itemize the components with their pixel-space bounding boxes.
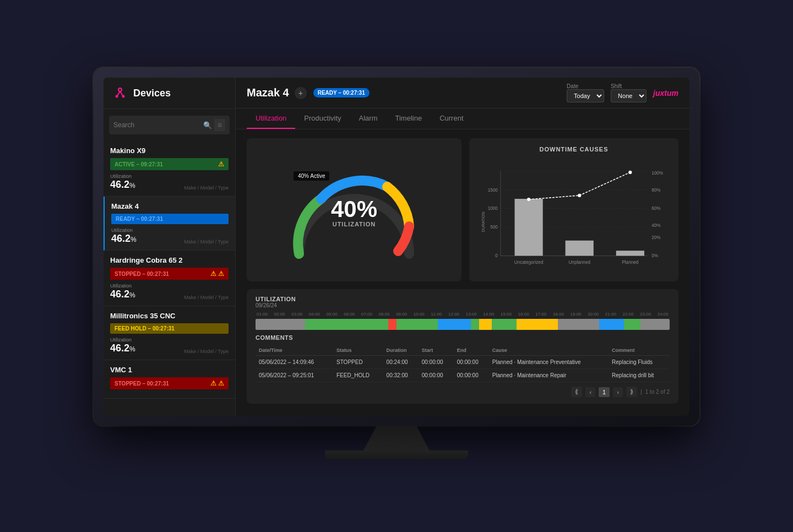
- device-name: Makino X9: [110, 146, 229, 155]
- tab-productivity[interactable]: Productivity: [295, 108, 350, 129]
- gauge-card: 40% Active 40% UTILIZATION: [247, 138, 461, 281]
- svg-text:100%: 100%: [651, 171, 663, 176]
- svg-rect-23: [616, 251, 644, 256]
- make-model: Make / Model / Type: [184, 295, 229, 300]
- main-content: Mazak 4 + READY – 00:27:31 Date Today Sh…: [236, 78, 689, 416]
- tabs: Utilization Productivity Alarm Timeline …: [236, 108, 689, 129]
- comments-title: COMMENTS: [256, 334, 670, 341]
- device-card-vmc1[interactable]: VMC 1 STOPPED – 00:27:31 ⚠ ⚠: [104, 360, 235, 399]
- top-bar: Mazak 4 + READY – 00:27:31 Date Today Sh…: [236, 78, 689, 108]
- last-page-button[interactable]: ⟫: [626, 387, 637, 397]
- shift-dropdown-wrapper: Shift None: [611, 83, 647, 102]
- sidebar: Devices 🔍 ≡ Makino X9 ACTIVE – 09:27:31 …: [104, 78, 236, 416]
- make-model: Make / Model / Type: [184, 349, 229, 354]
- status-text: ACTIVE – 09:27:31: [115, 161, 163, 167]
- svg-text:DURATION: DURATION: [481, 212, 486, 232]
- device-util: Utilization 46.2% Make / Model / Type: [110, 283, 229, 300]
- table-row: 05/06/2022 – 09:25:01 FEED_HOLD 00:32:00…: [256, 369, 670, 382]
- timeline-title: UTILIZATION: [256, 296, 670, 302]
- hour-label: 10:00: [414, 312, 425, 317]
- hour-label: 01:00: [257, 312, 268, 317]
- hour-label: 11:00: [431, 312, 442, 317]
- device-name: Mazak 4: [111, 202, 229, 210]
- device-card-mazak4[interactable]: Mazak 4 READY – 00:27:31 Utilization 46.…: [104, 197, 235, 251]
- util-unit: %: [129, 345, 135, 353]
- add-tab-button[interactable]: +: [295, 87, 307, 99]
- hour-label: 03:00: [291, 312, 302, 317]
- status-text: STOPPED – 00:27:31: [115, 381, 169, 387]
- next-page-button[interactable]: ›: [613, 387, 623, 397]
- device-card-hardringe[interactable]: Hardringe Cobra 65 2 STOPPED – 00:27:31 …: [104, 251, 235, 306]
- hour-label: 24:00: [658, 312, 669, 317]
- svg-text:80%: 80%: [651, 188, 660, 193]
- util-label: Utilization: [111, 227, 137, 233]
- prev-page-button[interactable]: ‹: [585, 387, 595, 397]
- hour-label: 23:00: [640, 312, 651, 317]
- device-card-makino-x9[interactable]: Makino X9 ACTIVE – 09:27:31 ⚠ Utilizatio…: [104, 141, 235, 197]
- timeline-hours: 01:00 02:00 03:00 04:00 05:00 06:00 07:0…: [256, 312, 670, 317]
- svg-point-25: [578, 194, 581, 197]
- device-card-millitronics[interactable]: Millitronics 35 CNC FEED HOLD – 00:27:31…: [104, 306, 235, 360]
- svg-rect-22: [566, 241, 594, 256]
- shift-dropdown[interactable]: None: [611, 89, 647, 102]
- gauge-tooltip: 40% Active: [294, 171, 329, 181]
- svg-rect-21: [515, 199, 543, 256]
- timeline-bar: [256, 319, 670, 330]
- warning-icons: ⚠ ⚠: [210, 379, 224, 387]
- device-status-bar: STOPPED – 00:27:31 ⚠ ⚠: [110, 268, 229, 280]
- cell-cause: Planned · Maintenance Repair: [489, 369, 609, 382]
- hour-label: 19:00: [571, 312, 582, 317]
- date-dropdown[interactable]: Today: [567, 89, 604, 102]
- col-datetime: Date/Time: [256, 345, 333, 356]
- device-list: Makino X9 ACTIVE – 09:27:31 ⚠ Utilizatio…: [104, 141, 235, 416]
- device-status-bar: FEED HOLD – 00:27:31: [110, 323, 229, 334]
- sidebar-header: Devices: [104, 78, 235, 109]
- hour-label: 14:00: [483, 312, 494, 317]
- filter-button[interactable]: ≡: [214, 119, 225, 131]
- tab-timeline[interactable]: Timeline: [387, 108, 431, 129]
- device-name: Millitronics 35 CNC: [110, 312, 229, 320]
- status-text: STOPPED – 00:27:31: [115, 271, 169, 277]
- search-bar[interactable]: 🔍 ≡: [109, 116, 230, 134]
- sidebar-title: Devices: [133, 88, 171, 99]
- monitor-base: [325, 450, 468, 459]
- cell-status: STOPPED: [333, 356, 383, 369]
- hour-label: 16:00: [518, 312, 529, 317]
- make-model: Make / Model / Type: [184, 185, 229, 191]
- hour-label: 04:00: [309, 312, 320, 317]
- dashboard: 40% Active 40% UTILIZATION DOWNTIME CAUS…: [236, 129, 689, 416]
- svg-text:Planned: Planned: [622, 260, 638, 265]
- hour-label: 21:00: [605, 312, 616, 317]
- search-input[interactable]: [113, 121, 203, 129]
- first-page-button[interactable]: ⟪: [571, 387, 582, 397]
- device-util: Utilization 46.2% Make / Model / Type: [110, 337, 229, 354]
- svg-point-26: [628, 171, 632, 174]
- cell-comment: Replacing drill bit: [609, 369, 670, 382]
- svg-text:Uncategorized: Uncategorized: [514, 260, 544, 265]
- comments-section: COMMENTS Date/Time Status Duration Start…: [256, 334, 670, 397]
- tab-utilization[interactable]: Utilization: [247, 108, 295, 129]
- machine-title: Mazak 4: [247, 86, 289, 99]
- svg-text:500: 500: [490, 225, 498, 230]
- util-unit: %: [131, 236, 137, 243]
- search-icon[interactable]: 🔍: [203, 121, 212, 129]
- hour-label: 13:00: [466, 312, 477, 317]
- gauge-percentage: 40%: [331, 198, 377, 221]
- cell-cause: Planned · Maintenance Preventative: [489, 356, 609, 369]
- tab-current[interactable]: Current: [431, 108, 472, 129]
- device-status-bar: ACTIVE – 09:27:31 ⚠: [110, 158, 229, 170]
- hour-label: 12:00: [448, 312, 459, 317]
- svg-text:20%: 20%: [651, 235, 660, 240]
- shift-label: Shift: [611, 83, 647, 89]
- util-value: 46.2: [110, 179, 129, 190]
- tab-alarm[interactable]: Alarm: [350, 108, 387, 129]
- status-text: READY – 00:27:31: [116, 216, 163, 222]
- col-duration: Duration: [383, 345, 419, 356]
- downtime-card: DOWNTIME CAUSES: [469, 138, 678, 281]
- pagination: ⟪ ‹ 1 › ⟫ | 1 to 2 of 2: [256, 387, 670, 397]
- hour-label: 09:00: [396, 312, 407, 317]
- util-label: Utilization: [110, 283, 135, 289]
- hour-label: 07:00: [361, 312, 372, 317]
- cell-datetime: 05/06/2022 – 14:09:46: [256, 356, 333, 369]
- util-value: 46.2: [111, 233, 131, 244]
